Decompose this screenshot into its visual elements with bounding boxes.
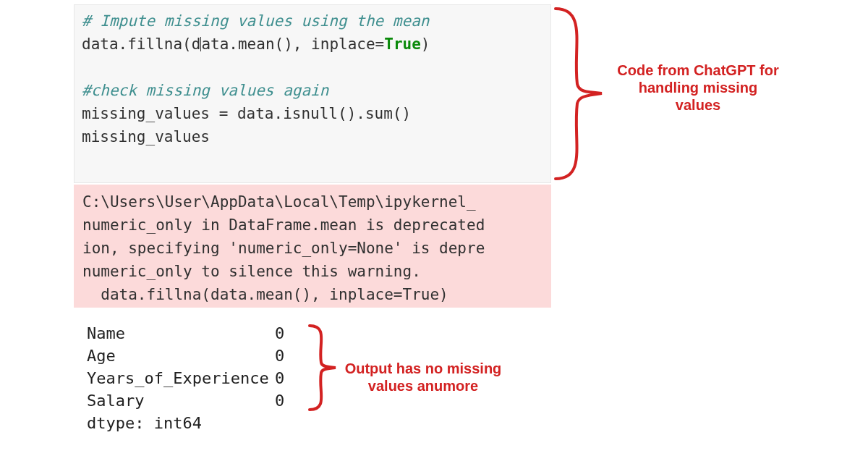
warning-line: numeric_only to silence this warning. [82,263,421,280]
annotation-code: Code from ChatGPT for handling missing v… [615,62,781,114]
brace-icon [551,4,608,183]
output-dtype: dtype: int64 [87,412,297,434]
output-key: Age [87,345,275,367]
output-block: Name 0 Age 0 Years_of_Experience 0 Salar… [87,322,297,434]
output-row: Years_of_Experience 0 [87,367,297,389]
code-line: ata.mean(), inplace= [201,35,384,53]
output-value: 0 [275,322,297,345]
comment-line: #check missing values again [82,82,328,99]
warning-line: C:\Users\User\AppData\Local\Temp\ipykern… [82,193,476,211]
output-key: Salary [87,389,275,412]
keyword-true: True [384,35,421,53]
output-value: 0 [275,389,297,412]
code-cell[interactable]: # Impute missing values using the mean d… [74,4,551,183]
warning-line: data.fillna(data.mean(), inplace=True) [82,286,448,303]
output-key: dtype: int64 [87,412,202,434]
code-line: ) [421,35,430,53]
output-value: 0 [275,367,297,389]
output-row: Name 0 [87,322,297,345]
output-value: 0 [275,345,297,367]
brace-icon [307,323,339,413]
output-row: Salary 0 [87,389,297,412]
code-line: data.fillna(d [82,35,200,53]
output-key: Years_of_Experience [87,367,275,389]
output-row: Age 0 [87,345,297,367]
output-key: Name [87,322,275,345]
comment-line: # Impute missing values using the mean [82,12,429,30]
warning-output: C:\Users\User\AppData\Local\Temp\ipykern… [74,185,551,308]
annotation-output: Output has no missing values anumore [340,360,506,394]
code-line: missing_values [82,128,210,145]
warning-line: ion, specifying 'numeric_only=None' is d… [82,240,485,257]
warning-line: numeric_only in DataFrame.mean is deprec… [82,216,485,234]
code-line: missing_values = data.isnull().sum() [82,105,411,122]
